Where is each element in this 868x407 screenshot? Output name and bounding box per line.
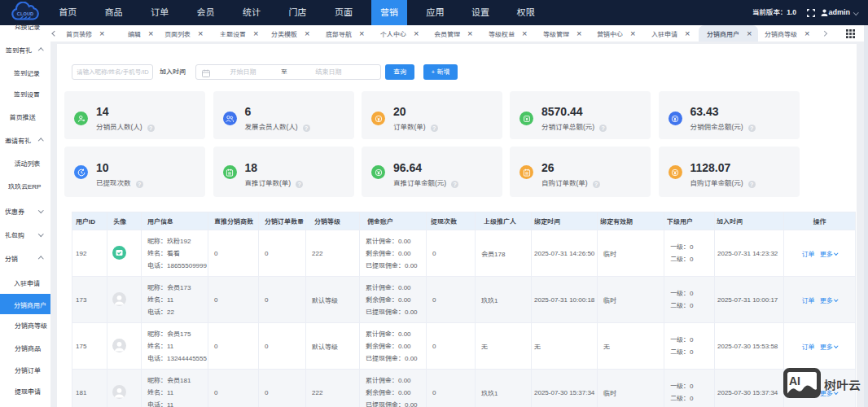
svg-text:AI: AI: [789, 374, 800, 387]
svg-text:CLOUD: CLOUD: [17, 11, 34, 16]
